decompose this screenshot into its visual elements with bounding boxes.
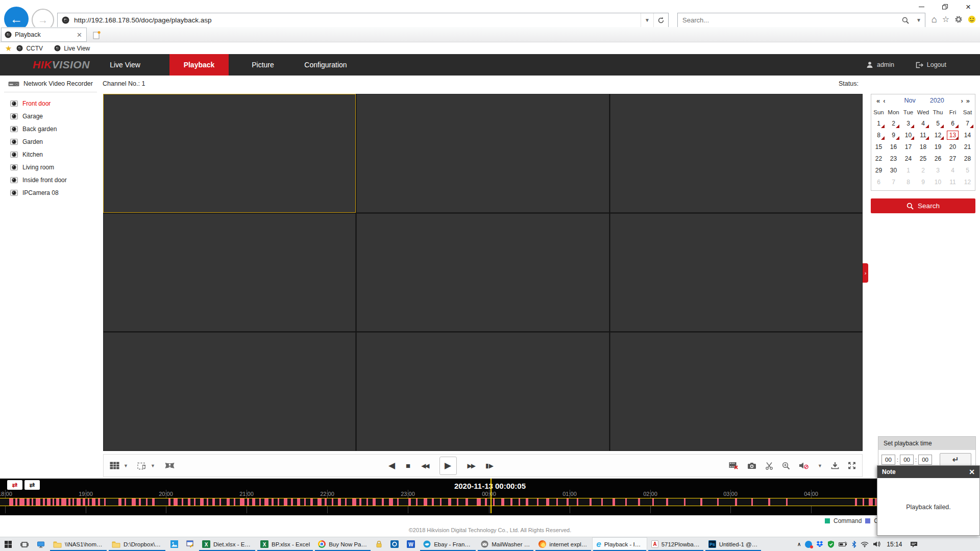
prev-year-icon[interactable]: «	[875, 97, 881, 105]
address-bar[interactable]: ▼	[57, 13, 669, 28]
action-center-icon[interactable]	[910, 541, 918, 548]
calendar-day-28[interactable]: 28	[960, 153, 975, 164]
minimize-button[interactable]	[910, 0, 933, 14]
taskbar-item-registry-editor[interactable]	[182, 537, 198, 551]
calendar-day-26[interactable]: 26	[930, 153, 945, 164]
camera-item-ipcamera-08[interactable]: IPCamera 08	[10, 186, 100, 199]
feedback-smiley-icon[interactable]	[968, 15, 976, 23]
url-input[interactable]	[73, 16, 641, 24]
calendar-month[interactable]: Nov	[904, 97, 916, 104]
timeline-record-band[interactable]	[0, 498, 980, 506]
taskbar-item-photos-app[interactable]	[166, 537, 182, 551]
taskbar-item-chrome-window[interactable]: Buy Now Pay L...	[314, 537, 372, 551]
favorites-star-icon[interactable]: ☆	[942, 15, 949, 23]
calendar-day-27[interactable]: 27	[945, 153, 960, 164]
calendar-day-20[interactable]: 20	[945, 141, 960, 153]
tray-dropbox-icon[interactable]	[816, 541, 823, 547]
calendar-day-13[interactable]: 13	[945, 129, 960, 141]
browser-search-box[interactable]: ▼	[677, 13, 925, 28]
video-cell-6[interactable]	[610, 213, 863, 332]
calendar-day-25[interactable]: 25	[916, 153, 930, 164]
calendar-day-14[interactable]: 14	[960, 129, 975, 141]
stop-all-recording-icon[interactable]	[729, 462, 739, 469]
calendar-day-5[interactable]: 5	[930, 117, 945, 129]
video-cell-7[interactable]	[103, 332, 356, 451]
taskbar-item-photoshop-window[interactable]: PsUntitled-1 @ 6...	[704, 537, 762, 551]
camera-item-inside-front-door[interactable]: Inside front door	[10, 173, 100, 186]
calendar-day-7[interactable]: 7	[960, 117, 975, 129]
tray-trayapp-icon[interactable]	[805, 541, 812, 548]
taskbar-clock[interactable]: 15:14	[887, 541, 902, 548]
timeline[interactable]: ⇄ ⇄ 2020-11-13 00:00:05 18:0019:0020:002…	[0, 479, 980, 515]
minute-input[interactable]: 00	[900, 455, 914, 465]
stop-button[interactable]: ■	[406, 462, 410, 469]
camera-item-garden[interactable]: Garden	[10, 135, 100, 148]
restore-button[interactable]	[933, 0, 957, 14]
calendar-day-2[interactable]: 2	[886, 117, 901, 129]
window-layout-icon[interactable]	[110, 462, 119, 469]
camera-item-back-garden[interactable]: Back garden	[10, 122, 100, 135]
calendar-day-1[interactable]: 1	[871, 117, 886, 129]
calendar-day-11[interactable]: 11	[916, 129, 930, 141]
note-close-icon[interactable]: ✕	[969, 468, 975, 476]
calendar-day-10[interactable]: 10	[901, 129, 916, 141]
second-input[interactable]: 00	[918, 455, 932, 465]
home-icon[interactable]: ⌂	[932, 15, 937, 24]
search-button[interactable]: Search	[871, 198, 975, 213]
tray-bluetooth-icon[interactable]	[852, 541, 856, 548]
refresh-icon[interactable]	[653, 13, 668, 27]
taskbar-item-mailwasher-window[interactable]: MailWasher Pr...	[477, 537, 534, 551]
video-cell-8[interactable]	[356, 332, 609, 451]
frame-step-button[interactable]: ▮▶	[485, 463, 494, 469]
calendar-day-1-muted[interactable]: 1	[901, 164, 916, 176]
calendar-day-2-muted[interactable]: 2	[916, 164, 930, 176]
video-cell-9[interactable]	[610, 332, 863, 451]
note-dialog-header[interactable]: Note ✕	[877, 466, 979, 478]
taskbar-item-start-button[interactable]	[0, 537, 16, 551]
camera-item-living-room[interactable]: Living room	[10, 161, 100, 173]
taskbar-item-pdf-window[interactable]: A5712Plowback...	[647, 537, 704, 551]
slow-down-button[interactable]: ◀◀	[421, 463, 428, 469]
tray-volume-icon[interactable]	[873, 541, 881, 547]
tab-playback[interactable]: Playback ✕	[1, 28, 87, 42]
url-dropdown-caret[interactable]: ▼	[641, 13, 653, 27]
audio-dropdown-caret[interactable]: ▼	[818, 463, 822, 468]
nav-tab-live-view[interactable]: Live View	[95, 54, 155, 76]
calendar-day-12-muted[interactable]: 12	[960, 176, 975, 188]
taskbar-item-folder-window[interactable]: \\NAS1\home...	[49, 537, 108, 551]
go-to-time-button[interactable]: ↵	[940, 453, 971, 466]
taskbar-item-firefox-window[interactable]: internet explor...	[534, 537, 592, 551]
fast-forward-button[interactable]: ▶▶	[468, 463, 475, 469]
nav-tab-configuration[interactable]: Configuration	[292, 54, 359, 76]
camera-item-front-door[interactable]: Front door	[10, 97, 100, 110]
calendar-day-15[interactable]: 15	[871, 141, 886, 153]
digital-zoom-icon[interactable]	[782, 462, 790, 470]
calendar-day-19[interactable]: 19	[930, 141, 945, 153]
calendar-day-12[interactable]: 12	[930, 129, 945, 141]
tray-shield-icon[interactable]	[827, 540, 835, 548]
calendar-day-8-muted[interactable]: 8	[901, 176, 916, 188]
calendar-day-3-muted[interactable]: 3	[930, 164, 945, 176]
calendar-day-7-muted[interactable]: 7	[886, 176, 901, 188]
prev-month-icon[interactable]: ‹	[881, 97, 887, 105]
video-cell-2[interactable]	[356, 94, 609, 213]
calendar-day-23[interactable]: 23	[886, 153, 901, 164]
taskbar-item-internet-explorer-window[interactable]: ePlayback - Inte...	[592, 537, 647, 551]
calendar-day-22[interactable]: 22	[871, 153, 886, 164]
taskbar-item-desktop-shortcut[interactable]	[33, 537, 49, 551]
calendar-year[interactable]: 2020	[930, 97, 944, 104]
download-icon[interactable]	[831, 462, 839, 469]
calendar-day-6[interactable]: 6	[945, 117, 960, 129]
video-cell-1[interactable]	[103, 94, 356, 213]
calendar-day-9-muted[interactable]: 9	[916, 176, 930, 188]
new-tab-button[interactable]	[91, 30, 102, 40]
calendar-day-4[interactable]: 4	[916, 117, 930, 129]
video-cell-3[interactable]	[610, 94, 863, 213]
fullscreen-icon[interactable]	[848, 462, 856, 469]
search-dropdown-caret[interactable]: ▼	[913, 13, 925, 27]
play-button[interactable]: ▶	[439, 457, 457, 475]
fisheye-expansion-icon[interactable]	[164, 462, 175, 469]
tray-wifi-icon[interactable]	[861, 541, 869, 547]
nav-tab-playback[interactable]: Playback	[169, 54, 229, 76]
nav-tab-picture[interactable]: Picture	[233, 54, 292, 76]
